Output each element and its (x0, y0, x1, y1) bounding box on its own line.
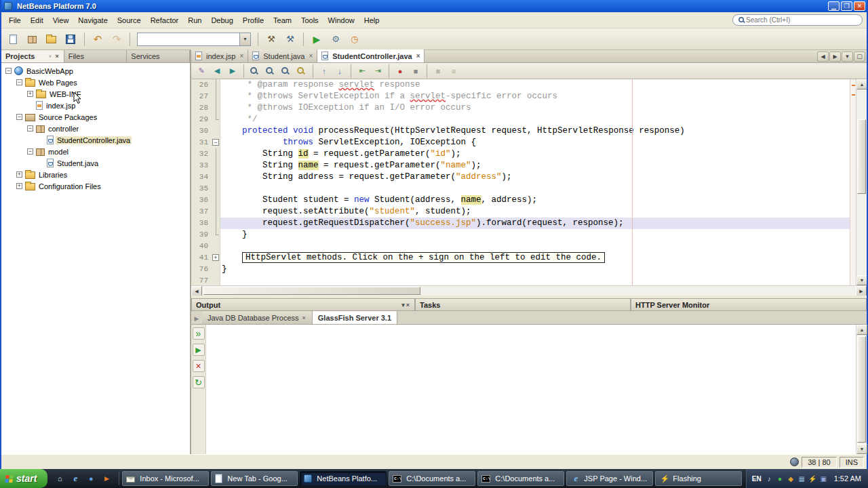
titlebar[interactable]: NetBeans Platform 7.0 ▁ ❒ ✕ (1, 0, 867, 12)
clean-build-button[interactable]: ⚒ (281, 30, 299, 48)
new-project-button[interactable] (24, 30, 42, 48)
menu-item-debug[interactable]: Debug (206, 14, 237, 26)
taskbar-task-c-documents-a[interactable]: C:\Documents a... (389, 471, 475, 486)
menu-item-edit[interactable]: Edit (26, 14, 48, 26)
auto-hide-icon[interactable]: ▫ (48, 53, 52, 60)
close-icon[interactable]: × (309, 52, 313, 60)
output-scrollbar[interactable]: ▲ ▼ (856, 325, 867, 454)
next-bookmark-button[interactable]: ↓ (332, 64, 347, 78)
collapse-toggle[interactable]: − (16, 114, 22, 120)
tab-scroll-right-button[interactable]: ▶ (829, 52, 841, 62)
menu-item-profile[interactable]: Profile (238, 14, 269, 26)
tab-list-button[interactable]: ▼ (842, 52, 853, 62)
find-next-button[interactable] (263, 64, 278, 78)
output-tab-glassfish-server-3-1[interactable]: GlassFish Server 3.1 (313, 311, 397, 324)
menu-item-view[interactable]: View (48, 14, 74, 26)
close-icon[interactable]: × (54, 53, 59, 60)
menu-item-help[interactable]: Help (359, 14, 384, 26)
last-edit-button[interactable]: ✎ (194, 64, 209, 78)
debug-server-button[interactable]: » (193, 327, 205, 340)
close-button[interactable]: ✕ (854, 1, 865, 11)
scrollbar-thumb[interactable] (203, 287, 420, 295)
tab-scroll-left-button[interactable]: ◀ (817, 52, 829, 62)
tree-item-model[interactable]: −model (1, 146, 190, 157)
ie-button[interactable]: e (68, 472, 82, 485)
refresh-server-button[interactable]: ↻ (193, 376, 205, 388)
undo-button[interactable]: ↶ (89, 30, 106, 48)
menu-item-run[interactable]: Run (183, 14, 206, 26)
browser-button[interactable]: ● (84, 472, 98, 485)
expand-output-button[interactable]: ▶ (191, 313, 202, 324)
uncomment-button[interactable]: ≡ (446, 64, 461, 78)
scroll-up-icon[interactable]: ▲ (856, 325, 867, 335)
code-line-37[interactable]: 37 request.setAttribute("student", stude… (191, 206, 850, 218)
code-line-29[interactable]: 29 */ (191, 114, 850, 125)
start-server-button[interactable]: ▶ (193, 344, 205, 356)
scroll-up-icon[interactable]: ▲ (856, 79, 867, 89)
tab-files[interactable]: Files (64, 50, 127, 62)
taskbar-task-flashing[interactable]: ⚡Flashing (655, 471, 742, 486)
code-line-77[interactable]: 77 (191, 275, 850, 285)
editor-horizontal-scrollbar[interactable]: ◀ ▶ (191, 285, 867, 296)
taskbar-task-jsp-page-wind[interactable]: eJSP Page - Wind... (566, 471, 653, 486)
shift-left-button[interactable]: ⇤ (355, 64, 370, 78)
close-icon[interactable]: × (416, 52, 420, 60)
tree-item-libraries[interactable]: +Libraries (1, 169, 190, 180)
comment-button[interactable]: ≡ (431, 64, 446, 78)
find-previous-button[interactable] (279, 64, 294, 78)
code-line-28[interactable]: 28 * @throws IOException if an I/O error… (191, 102, 850, 114)
build-project-button[interactable]: ⚒ (262, 30, 280, 48)
code-line-30[interactable]: 30 protected void processRequest(HttpSer… (191, 125, 850, 137)
code-line-26[interactable]: 26 * @param response servlet response (191, 79, 850, 91)
code-line-35[interactable]: 35 (191, 183, 850, 195)
collapse-fold-toggle[interactable]: − (212, 139, 219, 146)
tree-item-web-inf[interactable]: +WEB-INF (1, 88, 190, 100)
minimize-button[interactable]: ▁ (828, 1, 840, 11)
open-project-button[interactable] (43, 30, 61, 48)
code-editor[interactable]: 26 * @param response servlet response27 … (191, 79, 867, 285)
code-line-76[interactable]: 76} (191, 264, 850, 275)
code-line-32[interactable]: 32 String id = request.getParameter("id"… (191, 148, 850, 160)
taskbar-task-inbox-microsof[interactable]: Inbox - Microsof... (122, 471, 209, 486)
run-project-button[interactable]: ▶ (308, 30, 326, 48)
taskbar-task-new-tab-goog[interactable]: New Tab - Goog... (211, 471, 298, 486)
tab-services[interactable]: Services (127, 50, 190, 62)
code-line-36[interactable]: 36 Student student = new Student(address… (191, 195, 850, 206)
collapse-toggle[interactable]: − (27, 148, 33, 155)
panel-header-tasks[interactable]: Tasks (415, 299, 631, 311)
tree-item-source-packages[interactable]: −Source Packages (1, 111, 190, 123)
menu-item-file[interactable]: File (4, 14, 26, 26)
redo-button[interactable]: ↷ (108, 30, 125, 48)
expand-toggle[interactable]: + (16, 183, 22, 189)
media-button[interactable]: ▶ (100, 472, 113, 485)
tree-item-basicwebapp[interactable]: −BasicWebApp (1, 65, 190, 77)
editor-tab-studentcontroller-java[interactable]: StudentController.java× (317, 49, 425, 62)
collapse-toggle[interactable]: − (16, 79, 22, 85)
output-tab-java-db-database-process[interactable]: Java DB Database Process× (202, 311, 313, 324)
menu-item-window[interactable]: Window (323, 14, 359, 26)
toggle-highlight-button[interactable] (294, 64, 309, 78)
combo-dropdown-icon[interactable]: ▼ (239, 33, 250, 45)
breakpoint-button[interactable]: ● (393, 64, 408, 78)
tree-item-student-java[interactable]: Student.java (1, 157, 190, 169)
previous-bookmark-button[interactable]: ↑ (317, 64, 332, 78)
editor-vertical-scrollbar[interactable]: ▲ ▼ (856, 79, 867, 285)
save-all-button[interactable] (62, 30, 80, 48)
code-line-34[interactable]: 34 String address = request.getParameter… (191, 171, 850, 183)
collapse-toggle[interactable]: − (27, 125, 33, 131)
code-line-38[interactable]: 38 request.getRequestDispatcher("success… (191, 218, 850, 229)
stop-macro-button[interactable]: ■ (408, 64, 423, 78)
expand-toggle[interactable]: + (27, 91, 33, 97)
tree-item-configuration-files[interactable]: +Configuration Files (1, 180, 190, 192)
scroll-right-icon[interactable]: ▶ (856, 286, 867, 296)
editor-tab-index-jsp[interactable]: index.jsp× (191, 49, 248, 62)
tab-projects[interactable]: Projects▫× (1, 50, 64, 62)
expand-fold-toggle[interactable]: + (212, 254, 219, 261)
folded-code-box[interactable]: HttpServlet methods. Click on the + sign… (242, 252, 605, 263)
config-combo[interactable]: ▼ (137, 33, 251, 46)
close-icon[interactable]: × (406, 302, 410, 308)
scroll-down-icon[interactable]: ▼ (856, 444, 867, 454)
tree-item-index-jsp[interactable]: index.jsp (1, 100, 190, 111)
close-icon[interactable]: × (239, 52, 243, 60)
taskbar-task-c-documents-a[interactable]: C:\Documents a... (477, 471, 564, 486)
